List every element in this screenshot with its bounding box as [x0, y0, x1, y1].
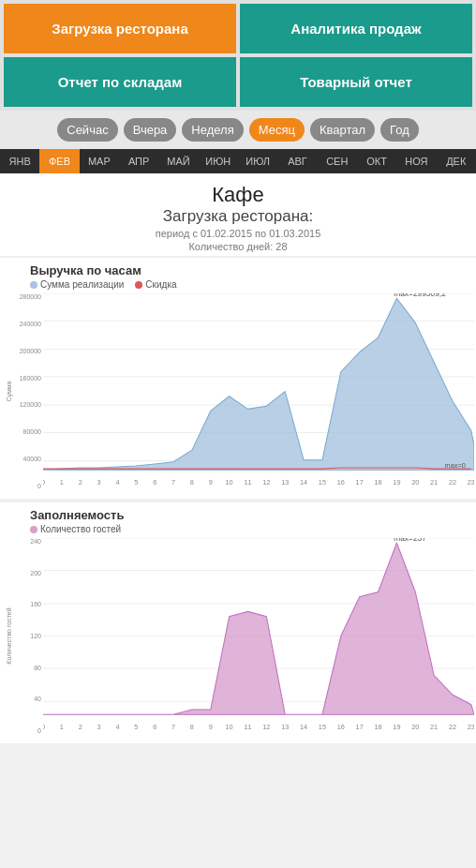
goods-report-button[interactable]: Товарный отчет: [240, 57, 472, 107]
svg-text:20: 20: [411, 478, 419, 486]
month-jun[interactable]: ИЮН: [199, 149, 238, 173]
legend-guests-label: Количество гостей: [40, 524, 121, 534]
legend-discount-label: Скидка: [145, 279, 176, 290]
month-jul[interactable]: ИЮЛ: [238, 149, 277, 173]
top-buttons-grid: Загрузка ресторана Аналитика продаж Отче…: [0, 0, 476, 111]
legend-discount: Скидка: [135, 279, 176, 290]
svg-text:3: 3: [97, 478, 101, 486]
svg-text:5: 5: [134, 478, 138, 486]
svg-text:1: 1: [60, 723, 64, 731]
svg-text:14: 14: [300, 723, 307, 731]
revenue-chart-section: Выручка по часам Сумма реализации Скидка…: [0, 258, 476, 499]
month-oct[interactable]: ОКТ: [357, 149, 396, 173]
svg-text:4: 4: [115, 723, 119, 731]
svg-text:19: 19: [393, 478, 400, 486]
revenue-svg-chart: max=299309,2 max=0 0 1 2 3 4 5 6 7 8 9 1…: [43, 293, 474, 489]
svg-marker-8: [43, 298, 474, 470]
svg-text:14: 14: [300, 478, 307, 486]
legend-realization-label: Сумма реализации: [40, 279, 124, 290]
report-subtitle: Загрузка ресторана:: [4, 207, 472, 226]
svg-text:6: 6: [153, 478, 156, 486]
svg-text:15: 15: [319, 478, 326, 486]
svg-text:22: 22: [449, 478, 456, 486]
svg-text:6: 6: [153, 723, 156, 731]
month-apr[interactable]: АПР: [119, 149, 158, 173]
svg-text:16: 16: [337, 478, 345, 486]
svg-text:7: 7: [171, 723, 175, 731]
svg-text:0: 0: [43, 478, 45, 486]
svg-text:16: 16: [337, 723, 345, 731]
svg-text:17: 17: [356, 723, 364, 731]
month-mar[interactable]: МАР: [80, 149, 119, 173]
svg-text:2: 2: [79, 723, 82, 731]
svg-text:18: 18: [374, 478, 381, 486]
svg-text:5: 5: [134, 723, 138, 731]
revenue-chart-title: Выручка по часам: [30, 263, 474, 277]
svg-text:2: 2: [79, 478, 82, 486]
svg-text:20: 20: [411, 723, 419, 731]
legend-discount-dot: [135, 281, 142, 289]
svg-text:12: 12: [262, 723, 270, 731]
svg-text:1: 1: [60, 478, 64, 486]
svg-text:21: 21: [430, 478, 438, 486]
period-year[interactable]: Год: [380, 118, 419, 142]
period-month[interactable]: Месяц: [249, 118, 305, 142]
svg-text:4: 4: [115, 478, 119, 486]
revenue-y-axis-label: Сумма: [6, 382, 12, 402]
month-feb[interactable]: ФЕВ: [39, 149, 79, 173]
restaurant-load-button[interactable]: Загрузка ресторана: [4, 4, 236, 53]
svg-text:22: 22: [449, 723, 456, 731]
revenue-legend: Сумма реализации Скидка: [30, 279, 474, 290]
svg-text:11: 11: [244, 723, 251, 731]
occupancy-chart-title: Заполняемость: [30, 508, 474, 522]
period-bar: Сейчас Вчера Неделя Месяц Квартал Год: [0, 111, 476, 149]
report-period: период с 01.02.2015 по 01.03.2015: [4, 228, 472, 239]
svg-text:12: 12: [262, 478, 270, 486]
svg-text:19: 19: [393, 723, 400, 731]
period-quarter[interactable]: Квартал: [310, 118, 375, 142]
legend-guests: Количество гостей: [30, 524, 121, 534]
svg-text:7: 7: [171, 478, 175, 486]
svg-text:15: 15: [319, 723, 326, 731]
svg-text:13: 13: [281, 723, 289, 731]
month-jan[interactable]: ЯНВ: [0, 149, 39, 173]
svg-text:23: 23: [468, 478, 474, 486]
period-now[interactable]: Сейчас: [57, 118, 117, 142]
svg-text:8: 8: [190, 478, 194, 486]
occupancy-max-label: max=237: [394, 538, 426, 543]
revenue-max-label: max=299309,2: [394, 293, 446, 298]
occupancy-legend: Количество гостей: [30, 524, 474, 534]
period-week[interactable]: Неделя: [182, 118, 243, 142]
legend-realization: Сумма реализации: [30, 279, 124, 290]
svg-text:9: 9: [209, 723, 213, 731]
legend-realization-dot: [30, 281, 37, 289]
occupancy-svg-chart: max=237 0 1 2 3 4 5 6 7 8 9 10 11 12 13 …: [43, 538, 474, 734]
sales-analytics-button[interactable]: Аналитика продаж: [240, 4, 472, 53]
period-yesterday[interactable]: Вчера: [124, 118, 177, 142]
revenue-max-bottom-label: max=0: [445, 461, 466, 470]
svg-text:10: 10: [226, 478, 233, 486]
svg-text:9: 9: [209, 478, 213, 486]
svg-text:0: 0: [43, 723, 45, 731]
svg-text:8: 8: [190, 723, 194, 731]
month-may[interactable]: МАЙ: [158, 149, 198, 173]
month-sep[interactable]: СЕН: [318, 149, 357, 173]
warehouse-report-button[interactable]: Отчет по складам: [4, 57, 236, 107]
month-dec[interactable]: ДЕК: [437, 149, 476, 173]
svg-marker-40: [43, 543, 474, 714]
month-bar: ЯНВ ФЕВ МАР АПР МАЙ ИЮН ИЮЛ АВГ СЕН ОКТ …: [0, 149, 476, 173]
svg-text:10: 10: [226, 723, 233, 731]
occupancy-y-axis-label: Количество гостей: [6, 607, 12, 664]
month-nov[interactable]: НОЯ: [396, 149, 436, 173]
report-header: Кафе Загрузка ресторана: период с 01.02.…: [0, 173, 476, 256]
report-title: Кафе: [4, 183, 472, 207]
month-aug[interactable]: АВГ: [277, 149, 317, 173]
occupancy-chart-section: Заполняемость Количество гостей Количест…: [0, 502, 476, 743]
svg-text:11: 11: [244, 478, 251, 486]
svg-text:13: 13: [281, 478, 289, 486]
svg-text:23: 23: [468, 723, 474, 731]
svg-text:21: 21: [430, 723, 438, 731]
svg-text:3: 3: [97, 723, 101, 731]
legend-guests-dot: [30, 526, 37, 533]
svg-text:18: 18: [374, 723, 381, 731]
